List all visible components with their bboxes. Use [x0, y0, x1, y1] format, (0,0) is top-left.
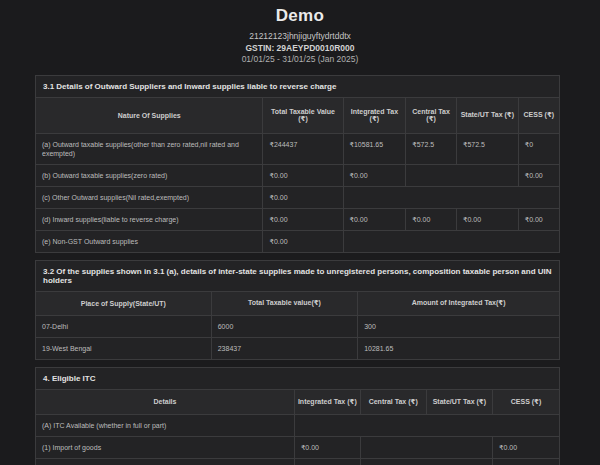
- cell-empty: [294, 414, 559, 436]
- cell-central: ₹0.00: [406, 209, 457, 231]
- cell-total: ₹244437: [263, 134, 343, 165]
- column-header-details: Details: [36, 390, 294, 414]
- column-header-central-tax: Central Tax (₹): [360, 390, 426, 414]
- report-period: 01/01/25 - 31/01/25 (Jan 2025): [0, 54, 600, 66]
- section-3-2-table: Place of Supply(State/UT) Total Taxable …: [36, 292, 559, 359]
- cell-nature: (e) Non-GST Outward supplies: [36, 231, 263, 253]
- section-4: 4. Eligible ITC Details Integrated Tax (…: [35, 367, 560, 465]
- cell-details: (2) Import of services: [36, 458, 294, 465]
- report-subtitle: 21212123jhnjiguyftydrtddtx: [0, 31, 600, 43]
- column-header-total-taxable-value: Total Taxable Value (₹): [263, 98, 343, 134]
- cell-total: ₹0.00: [263, 165, 343, 187]
- section-4-title: 4. Eligible ITC: [36, 368, 559, 390]
- cell-place: 07-Delhi: [36, 315, 211, 337]
- cell-integrated: ₹0.00: [294, 458, 360, 465]
- column-header-central-tax: Central Tax (₹): [406, 98, 457, 134]
- table-row: (e) Non-GST Outward supplies ₹0.00: [36, 231, 559, 253]
- cell-place: 19-West Bengal: [36, 337, 211, 359]
- cell-state: ₹0.00: [456, 209, 518, 231]
- report-title: Demo: [0, 6, 600, 26]
- column-header-amount-integrated-tax: Amount of Integrated Tax(₹): [358, 292, 559, 315]
- table-row: (b) Outward taxable supplies(zero rated)…: [36, 165, 559, 187]
- column-header-integrated-tax: Integrated Tax (₹): [343, 98, 406, 134]
- table-row: 07-Delhi 6000 300: [36, 315, 559, 337]
- cell-details: (1) Import of goods: [36, 436, 294, 458]
- cell-integrated: ₹0.00: [343, 165, 406, 187]
- column-header-nature-of-supplies: Nature Of Supplies: [36, 98, 263, 134]
- cell-nature: (d) Inward supplies(liable to reverse ch…: [36, 209, 263, 231]
- table-row: (d) Inward supplies(liable to reverse ch…: [36, 209, 559, 231]
- table-row: (a) Outward taxable supplies(other than …: [36, 134, 559, 165]
- cell-taxable-value: 238437: [211, 337, 357, 359]
- cell-integrated: ₹0.00: [294, 436, 360, 458]
- header-row: Nature Of Supplies Total Taxable Value (…: [36, 98, 559, 134]
- cell-total: ₹0.00: [263, 187, 343, 209]
- cell-cess: ₹0.00: [493, 436, 559, 458]
- cell-integrated-tax: 300: [358, 315, 559, 337]
- cell-taxable-value: 6000: [211, 315, 357, 337]
- section-3-2: 3.2 Of the supplies shown in 3.1 (a), de…: [35, 260, 560, 360]
- column-header-total-taxable-value: Total Taxable value(₹): [211, 292, 357, 315]
- cell-cess: ₹0.00: [493, 458, 559, 465]
- cell-state: ₹572.5: [456, 134, 518, 165]
- column-header-cess: CESS (₹): [518, 98, 559, 134]
- cell-integrated: ₹0.00: [343, 209, 406, 231]
- column-header-state-ut-tax: State/UT Tax (₹): [456, 98, 518, 134]
- cell-integrated: ₹10581.65: [343, 134, 406, 165]
- column-header-state-ut-tax: State/UT Tax (₹): [426, 390, 492, 414]
- column-header-place-of-supply: Place of Supply(State/UT): [36, 292, 211, 315]
- gstr3b-report-page: Demo 21212123jhnjiguyftydrtddtx GSTIN: 2…: [0, 0, 600, 465]
- table-row: (2) Import of services ₹0.00 ₹0.00: [36, 458, 559, 465]
- cell-details: (A) ITC Available (whether in full or pa…: [36, 414, 294, 436]
- section-3-1-table: Nature Of Supplies Total Taxable Value (…: [36, 98, 559, 253]
- cell-nature: (b) Outward taxable supplies(zero rated): [36, 165, 263, 187]
- cell-integrated-tax: 10281.65: [358, 337, 559, 359]
- cell-total: ₹0.00: [263, 231, 343, 253]
- cell-nature: (a) Outward taxable supplies(other than …: [36, 134, 263, 165]
- column-header-cess: CESS (₹): [493, 390, 559, 414]
- cell-empty: [360, 436, 492, 458]
- section-3-1-title: 3.1 Details of Outward Suppliers and Inw…: [36, 76, 559, 98]
- header-row: Details Integrated Tax (₹) Central Tax (…: [36, 390, 559, 414]
- table-row: 19-West Bengal 238437 10281.65: [36, 337, 559, 359]
- cell-empty: [343, 187, 559, 209]
- cell-total: ₹0.00: [263, 209, 343, 231]
- section-3-2-title: 3.2 Of the supplies shown in 3.1 (a), de…: [36, 261, 559, 292]
- gstin-line: GSTIN: 29AEYPD0010R000: [0, 43, 600, 55]
- cell-empty: [360, 458, 492, 465]
- section-4-table: Details Integrated Tax (₹) Central Tax (…: [36, 390, 559, 465]
- table-row: (c) Other Outward supplies(Nil rated,exe…: [36, 187, 559, 209]
- table-row: (A) ITC Available (whether in full or pa…: [36, 414, 559, 436]
- cell-nature: (c) Other Outward supplies(Nil rated,exe…: [36, 187, 263, 209]
- column-header-integrated-tax: Integrated Tax (₹): [294, 390, 360, 414]
- section-3-1: 3.1 Details of Outward Suppliers and Inw…: [35, 75, 560, 254]
- cell-cess: ₹0: [518, 134, 559, 165]
- cell-cess: ₹0.00: [518, 165, 559, 187]
- header-row: Place of Supply(State/UT) Total Taxable …: [36, 292, 559, 315]
- cell-cess: ₹0.00: [518, 209, 559, 231]
- cell-empty: [343, 231, 559, 253]
- cell-central: ₹572.5: [406, 134, 457, 165]
- report-header: Demo 21212123jhnjiguyftydrtddtx GSTIN: 2…: [0, 6, 600, 66]
- table-row: (1) Import of goods ₹0.00 ₹0.00: [36, 436, 559, 458]
- cell-empty: [406, 165, 518, 187]
